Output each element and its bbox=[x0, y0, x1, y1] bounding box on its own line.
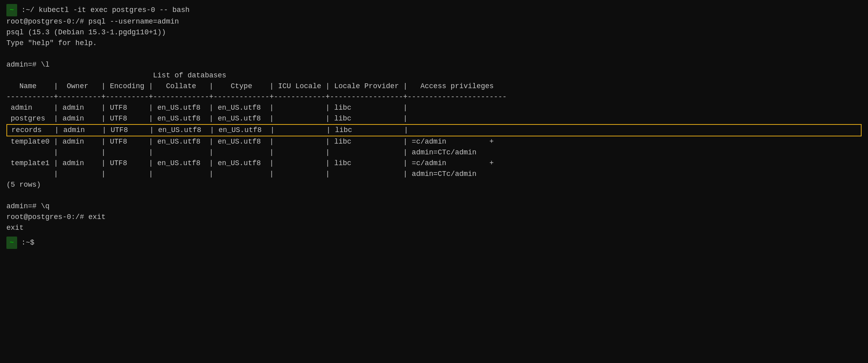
top-command: kubectl -it exec postgres-0 -- bash bbox=[39, 5, 190, 16]
row-postgres: postgres | admin | UTF8 | en_US.utf8 | e… bbox=[6, 113, 862, 124]
row-template0: template0 | admin | UTF8 | en_US.utf8 | … bbox=[6, 136, 862, 147]
psql-login-line: root@postgres-0:/# psql --username=admin bbox=[6, 16, 862, 27]
top-prompt-line: ~ :~/ kubectl -it exec postgres-0 -- bas… bbox=[6, 4, 862, 16]
list-header-separator: -----------+----------+----------+------… bbox=[6, 92, 862, 103]
top-host: ~ bbox=[6, 4, 17, 16]
psql-help-line: Type "help" for help. bbox=[6, 38, 862, 49]
list-cmd-line: admin=# \l bbox=[6, 59, 862, 70]
top-prompt-symbol: :~/ bbox=[17, 5, 39, 16]
blank-1 bbox=[6, 49, 862, 59]
blank-2 bbox=[6, 190, 862, 201]
exit-line-2: exit bbox=[6, 223, 862, 233]
row-records-highlighted: records | admin | UTF8 | en_US.utf8 | en… bbox=[6, 124, 862, 136]
row-template1: template1 | admin | UTF8 | en_US.utf8 | … bbox=[6, 158, 862, 169]
row-template1-cont: | | | | | | | admin=CTc/admin bbox=[6, 169, 862, 180]
bottom-host: ~ bbox=[6, 237, 17, 249]
bottom-prompt-line: ~ :~$ bbox=[6, 237, 862, 249]
quit-cmd-line: admin=# \q bbox=[6, 201, 862, 212]
list-header-title: List of databases bbox=[6, 70, 862, 81]
row-admin: admin | admin | UTF8 | en_US.utf8 | en_U… bbox=[6, 103, 862, 113]
row-template0-cont: | | | | | | | admin=CTc/admin bbox=[6, 147, 862, 158]
exit-line-1: root@postgres-0:/# exit bbox=[6, 212, 862, 223]
list-header-cols: Name | Owner | Encoding | Collate | Ctyp… bbox=[6, 81, 862, 92]
psql-version-line: psql (15.3 (Debian 15.3-1.pgdg110+1)) bbox=[6, 27, 862, 38]
bottom-prompt-symbol: :~$ bbox=[17, 237, 34, 248]
rows-count: (5 rows) bbox=[6, 180, 862, 190]
terminal: ~ :~/ kubectl -it exec postgres-0 -- bas… bbox=[6, 4, 862, 249]
